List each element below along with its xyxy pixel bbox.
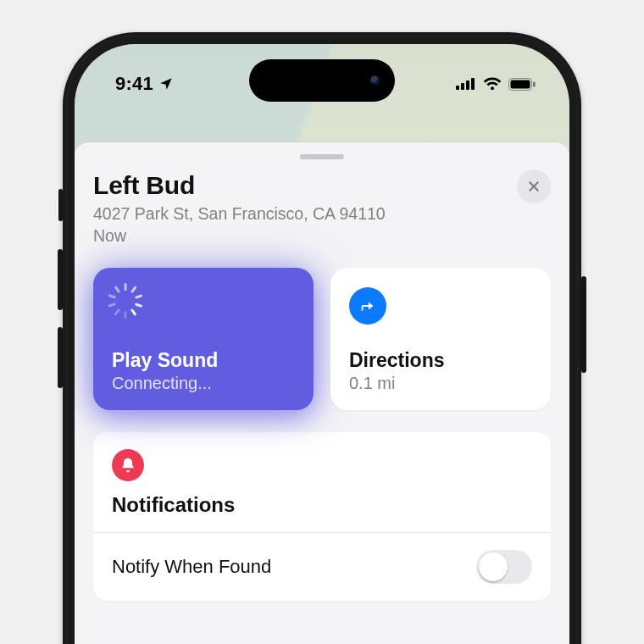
play-sound-status: Connecting... [112,374,295,393]
toggle-knob [479,552,508,581]
device-detail-sheet: Left Bud 4027 Park St, San Francisco, CA… [75,142,569,644]
wifi-icon [483,77,502,91]
front-camera-icon [368,73,383,88]
mute-switch [58,189,63,221]
notify-when-found-toggle[interactable] [476,550,532,584]
sheet-header: Left Bud 4027 Park St, San Francisco, CA… [93,171,551,246]
battery-icon [508,78,536,91]
device-address: 4027 Park St, San Francisco, CA 94110 [93,203,503,225]
screen: 9:41 [75,44,569,644]
volume-down-button [58,327,63,388]
status-time: 9:41 [115,73,153,95]
side-button [581,276,586,373]
close-button[interactable] [517,169,551,203]
directions-card[interactable]: Directions 0.1 mi [330,268,551,410]
play-sound-label: Play Sound [112,349,295,372]
notify-when-found-row[interactable]: Notify When Found [112,533,532,601]
volume-up-button [58,249,63,310]
close-icon [527,180,541,193]
connecting-spinner-icon [112,292,139,319]
iphone-device-frame: 9:41 [63,32,581,644]
svg-rect-0 [456,86,459,90]
actions-row: Play Sound Connecting... Directions [93,268,551,410]
device-title: Left Bud [93,171,503,200]
svg-rect-1 [461,83,464,90]
device-timestamp: Now [93,226,503,246]
cellular-icon [456,78,476,90]
sheet-grabber[interactable] [300,154,344,159]
svg-rect-2 [466,80,469,90]
directions-icon [349,287,386,325]
dynamic-island [249,59,395,102]
directions-label: Directions [349,349,532,372]
bell-icon [112,449,144,481]
notifications-title: Notifications [112,493,532,532]
location-arrow-icon [158,76,174,92]
notify-when-found-label: Notify When Found [112,556,271,578]
svg-rect-6 [533,81,536,86]
play-sound-card[interactable]: Play Sound Connecting... [93,268,314,410]
directions-distance: 0.1 mi [349,374,532,393]
svg-rect-3 [471,78,475,90]
notifications-section: Notifications Notify When Found [93,432,551,601]
svg-rect-5 [511,80,530,88]
